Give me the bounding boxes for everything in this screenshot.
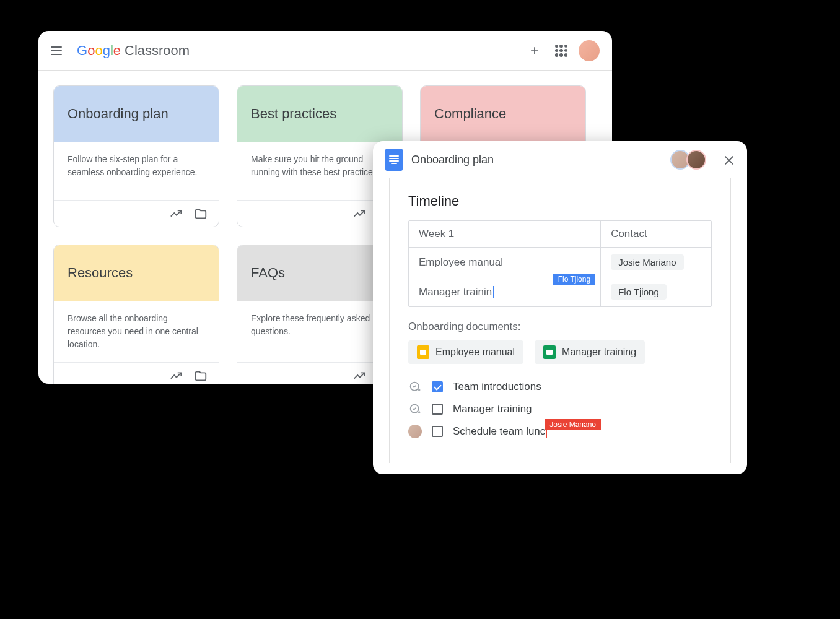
classroom-header: Google Classroom + — [38, 31, 612, 71]
checklist: Team introductions Manager training Sche… — [408, 380, 712, 438]
checklist-item: Manager training — [408, 402, 712, 416]
collaborator-avatars — [674, 150, 706, 170]
checkbox[interactable] — [432, 426, 443, 437]
editing-text: Schedule team lunc — [453, 425, 545, 437]
editing-text: Manager trainin — [419, 286, 492, 298]
docs-window: Onboarding plan Timeline Week 1 Contact … — [373, 141, 747, 474]
card-body: Browse all the onboarding resources you … — [54, 301, 219, 362]
timeline-heading: Timeline — [408, 193, 712, 209]
document-page[interactable]: Timeline Week 1 Contact Employee manual … — [389, 178, 731, 463]
collaborator-cursor-tag: Josie Mariano — [545, 419, 601, 430]
document-chips-row: Employee manual Manager training — [408, 340, 712, 364]
card-title: Compliance — [434, 106, 506, 122]
sheets-icon — [543, 345, 556, 359]
card-header: Compliance — [421, 86, 585, 142]
google-apps-icon[interactable] — [555, 45, 567, 57]
card-title: Onboarding plan — [68, 106, 168, 122]
close-icon[interactable] — [724, 154, 735, 165]
google-docs-icon — [385, 149, 403, 171]
person-chip: Flo Tjiong — [611, 284, 667, 300]
table-header-row: Week 1 Contact — [409, 221, 711, 248]
card-footer — [54, 362, 219, 384]
doc-chip-label: Manager training — [562, 347, 636, 358]
documents-section-label: Onboarding documents: — [408, 321, 712, 333]
checkbox[interactable] — [432, 404, 443, 415]
card-description: Follow the six-step plan for a seamless … — [68, 153, 205, 179]
checklist-item: Schedule team lunc Josie Mariano — [408, 425, 712, 438]
checklist-label[interactable]: Team introductions — [453, 381, 541, 393]
checklist-label[interactable]: Schedule team lunc Josie Mariano — [453, 425, 547, 438]
create-plus-icon[interactable]: + — [528, 44, 541, 58]
editing-cursor — [493, 286, 494, 298]
document-chip-sheets[interactable]: Manager training — [535, 340, 645, 364]
checklist-item: Team introductions — [408, 380, 712, 394]
table-header-week: Week 1 — [409, 221, 601, 247]
checkbox[interactable] — [432, 381, 443, 392]
class-card-resources[interactable]: Resources Browse all the onboarding reso… — [53, 245, 219, 384]
assignee-avatar[interactable] — [408, 425, 422, 438]
card-description: Make sure you hit the ground running wit… — [251, 153, 388, 179]
folder-icon[interactable] — [194, 207, 208, 220]
card-header: Best practices — [237, 86, 402, 142]
card-title: Best practices — [251, 106, 336, 122]
trending-icon[interactable] — [169, 369, 183, 383]
docs-title: Onboarding plan — [411, 154, 494, 167]
docs-body: Timeline Week 1 Contact Employee manual … — [373, 178, 747, 474]
collaborator-avatar-2[interactable] — [686, 150, 706, 170]
card-header: Resources — [54, 245, 219, 301]
doc-chip-label: Employee manual — [435, 347, 515, 358]
table-cell-contact[interactable]: Josie Mariano — [601, 248, 711, 277]
card-footer — [54, 200, 219, 227]
trending-icon[interactable] — [352, 207, 366, 220]
table-header-contact: Contact — [601, 221, 711, 247]
card-description: Explore these frequently asked questions… — [251, 312, 388, 338]
account-avatar[interactable] — [579, 40, 600, 61]
table-cell-task[interactable]: Manager trainin Flo Tjiong — [409, 277, 601, 306]
trending-icon[interactable] — [352, 369, 366, 383]
app-name: Classroom — [125, 43, 190, 59]
add-task-icon[interactable] — [408, 380, 422, 394]
timeline-table: Week 1 Contact Employee manual Josie Mar… — [408, 220, 712, 307]
trending-icon[interactable] — [169, 207, 183, 220]
google-logo: Google — [77, 43, 121, 59]
folder-icon[interactable] — [194, 369, 208, 383]
menu-icon[interactable] — [51, 43, 66, 58]
class-card-onboarding[interactable]: Onboarding plan Follow the six-step plan… — [53, 85, 219, 227]
card-header: Onboarding plan — [54, 86, 219, 142]
card-title: Resources — [68, 265, 133, 281]
table-cell-contact[interactable]: Flo Tjiong — [601, 277, 711, 306]
slides-icon — [417, 345, 429, 359]
document-chip-slides[interactable]: Employee manual — [408, 340, 523, 364]
table-row: Employee manual Josie Mariano — [409, 248, 711, 277]
add-task-icon[interactable] — [408, 402, 422, 416]
table-cell-task[interactable]: Employee manual — [409, 248, 601, 277]
collaborator-cursor-tag: Flo Tjiong — [553, 274, 595, 285]
docs-header: Onboarding plan — [373, 141, 747, 178]
person-chip: Josie Mariano — [611, 254, 683, 270]
card-body: Follow the six-step plan for a seamless … — [54, 142, 219, 200]
checklist-label[interactable]: Manager training — [453, 403, 532, 415]
table-row: Manager trainin Flo Tjiong Flo Tjiong — [409, 277, 711, 306]
card-description: Browse all the onboarding resources you … — [68, 312, 205, 351]
card-title: FAQs — [251, 265, 285, 281]
